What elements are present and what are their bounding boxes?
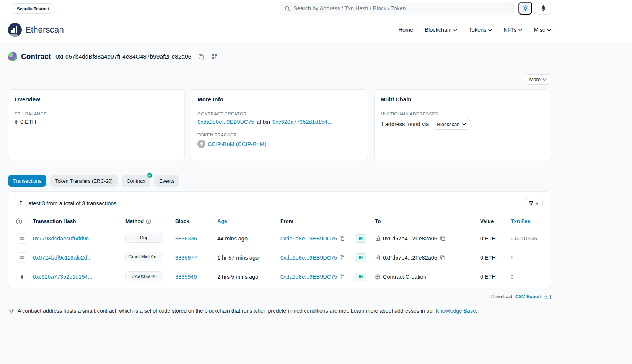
provider-label: Blockscan xyxy=(437,122,459,127)
transactions-summary: Latest 3 from a total of 3 transactions xyxy=(25,200,117,206)
nav-item-nfts[interactable]: NFTs xyxy=(503,27,522,33)
verified-badge-icon xyxy=(147,172,153,178)
copy-address-button[interactable] xyxy=(197,53,205,60)
txn-fee-text: 0 xyxy=(511,274,551,280)
copy-icon xyxy=(440,255,445,260)
block-link[interactable]: 3835940 xyxy=(175,274,197,280)
block-link[interactable]: 3835977 xyxy=(175,255,197,261)
column-header-txn-fee[interactable]: Txn Fee xyxy=(511,218,551,224)
filter-button[interactable] xyxy=(525,198,543,208)
multichain-addresses-label: MULTICHAIN ADDRESSES xyxy=(381,112,544,116)
creator-at-text: at txn xyxy=(257,119,270,125)
nav-item-misc[interactable]: Misc xyxy=(534,27,551,33)
more-label: More xyxy=(529,76,541,82)
eth-balance-label: ETH BALANCE xyxy=(15,112,178,116)
txn-fee-text: 0 xyxy=(511,255,551,260)
csv-export-link[interactable]: CSV Export xyxy=(515,294,548,299)
from-address-link[interactable]: 0xda9e8e...9EB9DC75 xyxy=(280,255,337,261)
eye-icon xyxy=(19,274,25,280)
chevron-down-icon xyxy=(462,123,466,125)
theme-toggle-button[interactable] xyxy=(518,2,532,15)
card-title: Overview xyxy=(15,96,178,102)
table-header-row: ? Transaction Hash Method ? Block Age Fr… xyxy=(8,214,551,229)
value-text: 0 ETH xyxy=(480,274,511,280)
eth-balance-value: 0 ETH xyxy=(20,119,36,125)
preview-transaction-button[interactable] xyxy=(16,272,28,282)
address-avatar xyxy=(8,52,17,61)
chevron-down-icon xyxy=(453,29,457,31)
transaction-hash-link[interactable]: 0x0724bdf9c118afc2d... xyxy=(33,255,92,261)
note-text: A contract address hosts a smart contrac… xyxy=(18,308,434,314)
creator-address-link[interactable]: 0xda9e8e...9EB9DC75 xyxy=(197,119,254,125)
token-tracker-link[interactable]: CCIP-BnM (CCIP-BnM) xyxy=(208,141,266,147)
knowledge-base-link[interactable]: Knowledge Base xyxy=(436,308,476,314)
search-input[interactable] xyxy=(293,5,509,11)
csv-export-label: CSV Export xyxy=(515,294,542,299)
column-header-age[interactable]: Age xyxy=(217,218,280,224)
token-tracker-label: TOKEN TRACKER xyxy=(197,133,361,137)
nav-label: Home xyxy=(399,27,414,33)
transaction-hash-link[interactable]: 0xc620a77352d1d154... xyxy=(33,274,93,280)
document-icon xyxy=(375,236,380,241)
document-icon xyxy=(375,255,380,260)
nav-item-tokens[interactable]: Tokens xyxy=(469,27,492,33)
nav-label: Tokens xyxy=(469,27,486,33)
method-badge: 0x60c06040 xyxy=(125,271,163,281)
copy-icon xyxy=(198,54,204,60)
age-text: 44 mins ago xyxy=(217,236,280,242)
copy-from-address-button[interactable] xyxy=(339,236,345,241)
qr-code-button[interactable] xyxy=(211,53,218,60)
direction-badge: IN xyxy=(355,253,366,262)
main-nav: Home Blockchain Tokens NFTs Misc xyxy=(399,27,551,33)
main-content: Contract 0xFd57b4ddBf88a4e07fF4e34C487b9… xyxy=(8,42,551,315)
tab-transactions[interactable]: Transactions xyxy=(8,175,46,187)
tab-label: Transactions xyxy=(13,178,41,184)
tab-events[interactable]: Events xyxy=(154,175,179,187)
filter-icon xyxy=(529,201,534,206)
more-dropdown-button[interactable]: More xyxy=(525,74,551,84)
preview-transaction-button[interactable] xyxy=(16,252,28,263)
method-badge: Drip xyxy=(125,233,163,243)
copy-from-address-button[interactable] xyxy=(339,255,345,260)
page-title: Contract xyxy=(21,52,51,61)
direction-badge: IN xyxy=(355,234,366,243)
copy-to-address-button[interactable] xyxy=(440,255,445,260)
nav-item-blockchain[interactable]: Blockchain xyxy=(425,27,457,33)
eye-icon xyxy=(19,255,25,260)
age-text: 2 hrs 5 mins ago xyxy=(217,274,280,280)
column-header-to: To xyxy=(375,218,480,224)
from-address-link[interactable]: 0xda9e8e...9EB9DC75 xyxy=(280,236,337,242)
card-title: More Info xyxy=(197,96,361,102)
copy-from-address-button[interactable] xyxy=(339,274,345,280)
ethereum-icon xyxy=(15,119,18,125)
transactions-rows: 0x7798dcdaec0f6dd9c... Drip 3836335 44 m… xyxy=(8,229,551,286)
block-link[interactable]: 3836335 xyxy=(175,236,197,242)
etherscan-logo[interactable]: Etherscan xyxy=(8,23,64,37)
age-text: 1 hr 57 mins ago xyxy=(217,255,280,261)
preview-transaction-button[interactable] xyxy=(16,233,28,244)
blockscan-dropdown-button[interactable]: Blockscan xyxy=(433,119,470,130)
nav-item-home[interactable]: Home xyxy=(399,27,414,33)
help-icon: ? xyxy=(146,219,151,224)
to-address-text: 0xFd57b4...2Fe82a05 xyxy=(383,236,437,242)
tab-contract[interactable]: Contract xyxy=(122,175,150,187)
tab-token-transfers[interactable]: Token Transfers (ERC-20) xyxy=(50,175,118,187)
more-info-card: More Info CONTRACT CREATOR 0xda9e8e...9E… xyxy=(191,89,368,161)
addresses-found-text: 1 address found via xyxy=(381,121,429,127)
copy-to-address-button[interactable] xyxy=(440,236,445,241)
download-icon xyxy=(543,294,548,299)
chevron-down-icon xyxy=(488,29,492,31)
nav-label: Blockchain xyxy=(425,27,451,33)
column-header-transaction-hash: Transaction Hash xyxy=(33,218,125,224)
from-address-link[interactable]: 0xda9e8e...9EB9DC75 xyxy=(280,274,337,280)
download-row: [ Download: CSV Export ] xyxy=(8,288,551,299)
search-bar[interactable] xyxy=(280,2,514,15)
copy-icon xyxy=(339,255,345,260)
network-badge[interactable]: Sepolia Testnet xyxy=(12,3,54,14)
transaction-hash-link[interactable]: 0x7798dcdaec0f6dd9c... xyxy=(33,236,93,242)
table-row: 0x7798dcdaec0f6dd9c... Drip 3836335 44 m… xyxy=(8,229,551,248)
network-selector-button[interactable] xyxy=(536,2,551,15)
chevron-down-icon xyxy=(518,29,522,31)
chevron-down-icon xyxy=(536,202,539,205)
creation-txn-link[interactable]: 0xc620a77352d1d154... xyxy=(272,119,332,125)
